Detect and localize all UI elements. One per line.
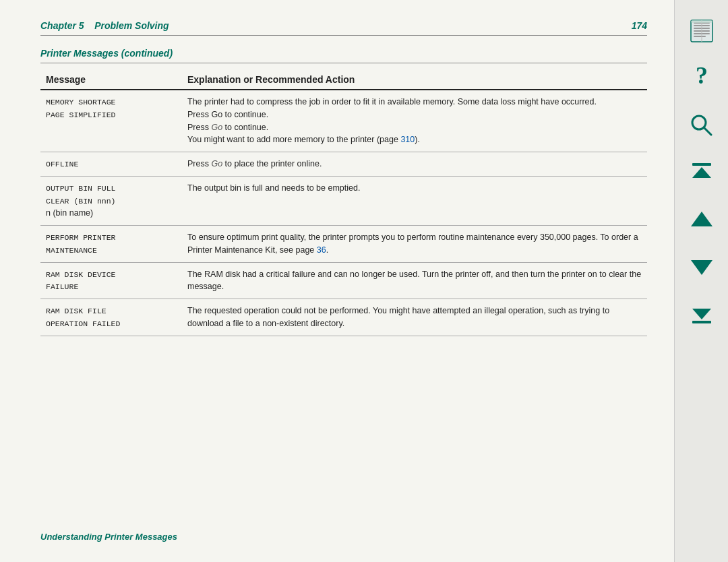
table-row: MEMORY SHORTAGE PAGE SIMPLIFIEDThe print… <box>40 90 647 152</box>
message-code: RAM DISK FILE OPERATION FAILED <box>46 307 120 328</box>
nav-first-icon[interactable] <box>684 155 719 190</box>
message-code-cell: OFFLINE <box>40 152 182 177</box>
page-link-310[interactable]: 310 <box>400 135 415 144</box>
page-header: Chapter 5 Problem Solving 174 <box>40 20 647 36</box>
col-header-message: Message <box>40 70 182 90</box>
col-header-explanation: Explanation or Recommended Action <box>182 70 647 90</box>
svg-rect-6 <box>694 36 706 37</box>
question-icon[interactable]: ? <box>684 61 719 96</box>
message-code-cell: MEMORY SHORTAGE PAGE SIMPLIFIED <box>40 90 182 152</box>
explanation-cell: The requested operation could not be per… <box>182 299 647 336</box>
svg-marker-13 <box>692 167 711 178</box>
table-row: OFFLINEPress Go to place the printer onl… <box>40 152 647 177</box>
chapter-title: Chapter 5 Problem Solving <box>40 20 169 31</box>
message-code: MEMORY SHORTAGE PAGE SIMPLIFIED <box>46 98 116 119</box>
table-row: PERFORM PRINTER MAINTENANCETo ensure opt… <box>40 226 647 263</box>
messages-table: Message Explanation or Recommended Actio… <box>40 70 647 336</box>
table-row: RAM DISK FILE OPERATION FAILEDThe reques… <box>40 299 647 336</box>
nav-prev-icon[interactable] <box>684 202 719 237</box>
message-code-cell: PERFORM PRINTER MAINTENANCE <box>40 226 182 263</box>
svg-rect-12 <box>692 163 711 166</box>
go-link: Go <box>211 159 222 168</box>
message-code: OFFLINE <box>46 160 78 168</box>
message-code: OUTPUT BIN FULL CLEAR (BIN nnn) <box>46 184 116 206</box>
message-code-cell: OUTPUT BIN FULL CLEAR (BIN nnn)n (bin na… <box>40 176 182 225</box>
section-title: Printer Messages (continued) <box>40 48 647 63</box>
explanation-cell: To ensure optimum print quality, the pri… <box>182 226 647 263</box>
svg-rect-17 <box>692 321 711 323</box>
table-row: RAM DISK DEVICE FAILUREThe RAM disk had … <box>40 262 647 299</box>
search-icon[interactable] <box>684 108 719 143</box>
sidebar: ? <box>674 0 728 562</box>
table-row: OUTPUT BIN FULL CLEAR (BIN nnn)n (bin na… <box>40 176 647 225</box>
explanation-cell: The RAM disk had a critical failure and … <box>182 262 647 299</box>
go-link: Go <box>211 123 222 132</box>
svg-rect-8 <box>691 20 712 23</box>
book-icon[interactable] <box>684 13 719 49</box>
message-code-cell: RAM DISK DEVICE FAILURE <box>40 262 182 299</box>
svg-marker-14 <box>691 212 712 226</box>
message-code: RAM DISK DEVICE FAILURE <box>46 270 116 292</box>
svg-rect-7 <box>701 20 702 42</box>
message-code: PERFORM PRINTER MAINTENANCE <box>46 233 116 255</box>
nav-last-icon[interactable] <box>684 296 719 332</box>
page-link-36[interactable]: 36 <box>317 245 326 255</box>
message-code-cell: RAM DISK FILE OPERATION FAILED <box>40 299 182 336</box>
svg-line-11 <box>704 127 711 135</box>
svg-marker-15 <box>691 260 712 275</box>
page-footer: Understanding Printer Messages <box>40 532 177 542</box>
svg-marker-16 <box>692 309 711 319</box>
message-extra: n (bin name) <box>46 208 93 218</box>
page-number: 174 <box>632 20 647 31</box>
explanation-cell: The printer had to compress the job in o… <box>182 90 647 152</box>
svg-text:?: ? <box>696 63 708 89</box>
explanation-cell: Press Go to place the printer online. <box>182 152 647 177</box>
nav-next-icon[interactable] <box>684 249 719 284</box>
explanation-cell: The output bin is full and needs to be e… <box>182 176 647 225</box>
